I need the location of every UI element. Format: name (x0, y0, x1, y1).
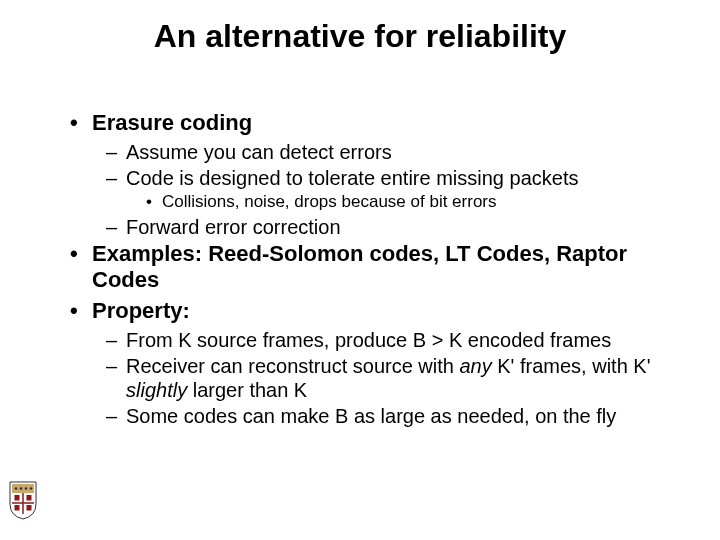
sub-label: Forward error correction (126, 216, 341, 238)
svg-point-4 (30, 487, 33, 490)
university-shield-icon (8, 480, 38, 520)
subsub-label: Collisions, noise, drops because of bit … (162, 192, 497, 211)
dot-icon: • (146, 192, 152, 212)
svg-rect-7 (15, 495, 20, 501)
slide: An alternative for reliability • Erasure… (0, 0, 720, 540)
bullet-label: Erasure coding (92, 110, 252, 135)
dash-icon: – (106, 328, 117, 352)
bullet-icon: • (70, 298, 78, 324)
sub-receiver: – Receiver can reconstruct source with a… (70, 354, 670, 402)
svg-point-3 (25, 487, 28, 490)
sub-label-em1: any (459, 355, 491, 377)
bullet-icon: • (70, 241, 78, 267)
svg-rect-9 (15, 505, 20, 511)
sub-label-part2: K' frames, with K' (492, 355, 651, 377)
sub-fec: – Forward error correction (70, 215, 670, 239)
sub-code-tolerate: – Code is designed to tolerate entire mi… (70, 166, 670, 190)
sub-label: Some codes can make B as large as needed… (126, 405, 616, 427)
slide-body: • Erasure coding – Assume you can detect… (70, 110, 670, 430)
sub-label-part3: larger than K (187, 379, 307, 401)
sub-label: Code is designed to tolerate entire miss… (126, 167, 578, 189)
svg-point-1 (15, 487, 18, 490)
sub-from-k: – From K source frames, produce B > K en… (70, 328, 670, 352)
bullet-label: Property: (92, 298, 190, 323)
dash-icon: – (106, 354, 117, 378)
sub-label-em2: slightly (126, 379, 187, 401)
dash-icon: – (106, 140, 117, 164)
sub-some-codes: – Some codes can make B as large as need… (70, 404, 670, 428)
dash-icon: – (106, 404, 117, 428)
svg-point-2 (20, 487, 23, 490)
svg-rect-10 (27, 505, 32, 511)
sub-label: From K source frames, produce B > K enco… (126, 329, 611, 351)
svg-rect-8 (27, 495, 32, 501)
subsub-collisions: • Collisions, noise, drops because of bi… (70, 192, 670, 212)
bullet-icon: • (70, 110, 78, 136)
bullet-property: • Property: (70, 298, 670, 324)
slide-title: An alternative for reliability (0, 18, 720, 55)
sub-label-part1: Receiver can reconstruct source with (126, 355, 459, 377)
dash-icon: – (106, 215, 117, 239)
bullet-erasure-coding: • Erasure coding (70, 110, 670, 136)
sub-label: Assume you can detect errors (126, 141, 392, 163)
bullet-examples: • Examples: Reed-Solomon codes, LT Codes… (70, 241, 670, 294)
dash-icon: – (106, 166, 117, 190)
sub-assume-detect: – Assume you can detect errors (70, 140, 670, 164)
bullet-label: Examples: Reed-Solomon codes, LT Codes, … (92, 241, 627, 292)
